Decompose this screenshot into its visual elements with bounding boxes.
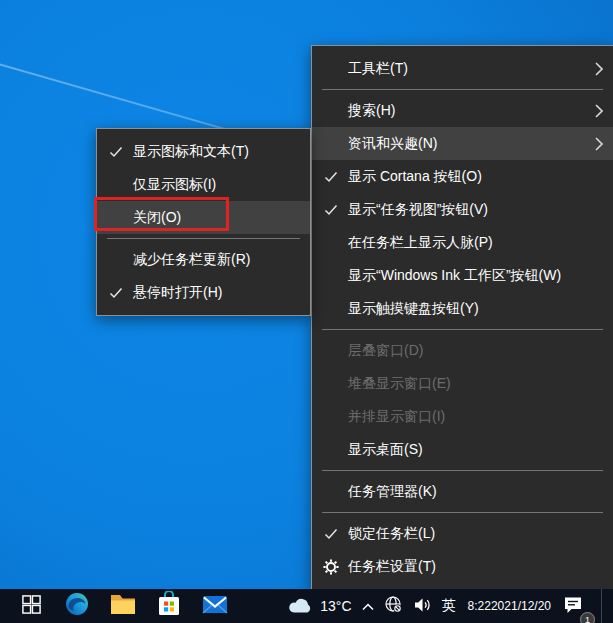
globe-no-internet-icon bbox=[384, 595, 403, 617]
start-button[interactable] bbox=[8, 589, 54, 623]
windows-logo-icon bbox=[21, 594, 42, 619]
menu-item-label: 显示 Cortana 按钮(O) bbox=[348, 168, 482, 186]
checkmark-icon bbox=[109, 146, 123, 158]
cloud-icon bbox=[287, 596, 313, 617]
menu-item-show-cortana-button[interactable]: 显示 Cortana 按钮(O) bbox=[312, 160, 613, 193]
edge-browser-button[interactable] bbox=[54, 589, 100, 623]
notification-badge: 1 bbox=[580, 612, 595, 623]
taskbar: 13°C bbox=[0, 589, 613, 623]
menu-item-label: 显示“任务视图”按钮(V) bbox=[348, 201, 488, 219]
menu-item-label: 显示图标和文本(T) bbox=[133, 143, 249, 161]
menu-separator bbox=[107, 238, 300, 239]
mail-icon bbox=[201, 592, 229, 620]
checkmark-icon bbox=[324, 204, 338, 216]
weather-widget[interactable]: 13°C bbox=[287, 589, 351, 623]
checkmark-icon bbox=[324, 171, 338, 183]
menu-separator bbox=[322, 329, 603, 330]
menu-item-label: 工具栏(T) bbox=[348, 60, 408, 78]
menu-item-toolbars[interactable]: 工具栏(T) bbox=[312, 52, 613, 85]
menu-separator bbox=[322, 89, 603, 90]
taskbar-left-icons bbox=[0, 589, 238, 623]
clock-date: 2021/12/20 bbox=[491, 600, 551, 613]
chevron-right-icon bbox=[595, 137, 603, 151]
menu-item-label: 显示触摸键盘按钮(Y) bbox=[348, 300, 479, 318]
submenu-item-open-on-hover[interactable]: 悬停时打开(H) bbox=[97, 276, 310, 309]
menu-item-label: 锁定任务栏(L) bbox=[348, 525, 435, 543]
show-desktop-button[interactable] bbox=[601, 589, 605, 623]
submenu-item-show-icon-and-text[interactable]: 显示图标和文本(T) bbox=[97, 135, 310, 168]
file-explorer-icon bbox=[110, 592, 136, 620]
gear-icon bbox=[323, 559, 339, 575]
menu-separator bbox=[322, 512, 603, 513]
notification-icon bbox=[563, 596, 583, 617]
menu-item-show-windows-stacked: 堆叠显示窗口(E) bbox=[312, 367, 613, 400]
menu-item-label: 仅显示图标(I) bbox=[133, 176, 216, 194]
menu-item-show-desktop[interactable]: 显示桌面(S) bbox=[312, 433, 613, 466]
menu-item-label: 关闭(O) bbox=[133, 209, 181, 227]
submenu-item-reduce-taskbar-updates[interactable]: 减少任务栏更新(R) bbox=[97, 243, 310, 276]
menu-item-label: 并排显示窗口(I) bbox=[348, 408, 445, 426]
chevron-up-icon bbox=[362, 599, 374, 614]
submenu-item-turn-off[interactable]: 关闭(O) bbox=[97, 201, 310, 234]
menu-item-label: 搜索(H) bbox=[348, 102, 395, 120]
ime-language-indicator[interactable]: 英 bbox=[442, 589, 456, 623]
chevron-right-icon bbox=[595, 104, 603, 118]
edge-icon bbox=[64, 591, 90, 621]
menu-item-label: 减少任务栏更新(R) bbox=[133, 251, 250, 269]
menu-separator bbox=[322, 470, 603, 471]
volume-button[interactable] bbox=[413, 589, 432, 623]
menu-item-label: 显示桌面(S) bbox=[348, 441, 423, 459]
menu-item-show-windows-ink-workspace-button[interactable]: 显示“Windows Ink 工作区”按钮(W) bbox=[312, 259, 613, 292]
temperature-label: 13°C bbox=[320, 598, 351, 614]
menu-item-show-people-on-taskbar[interactable]: 在任务栏上显示人脉(P) bbox=[312, 226, 613, 259]
microsoft-store-button[interactable] bbox=[146, 589, 192, 623]
menu-item-lock-taskbar[interactable]: 锁定任务栏(L) bbox=[312, 517, 613, 550]
mail-app-button[interactable] bbox=[192, 589, 238, 623]
checkmark-icon bbox=[109, 287, 123, 299]
menu-item-label: 显示“Windows Ink 工作区”按钮(W) bbox=[348, 267, 561, 285]
submenu-item-show-icon-only[interactable]: 仅显示图标(I) bbox=[97, 168, 310, 201]
menu-item-label: 堆叠显示窗口(E) bbox=[348, 375, 451, 393]
menu-item-label: 任务管理器(K) bbox=[348, 483, 437, 501]
action-center-button[interactable]: 1 bbox=[563, 589, 591, 623]
network-status-button[interactable] bbox=[384, 589, 403, 623]
news-and-interests-submenu: 显示图标和文本(T) 仅显示图标(I) 关闭(O) 减少任务栏更新(R) 悬停时… bbox=[96, 128, 311, 316]
menu-item-label: 任务栏设置(T) bbox=[348, 558, 436, 576]
checkmark-icon bbox=[324, 528, 338, 540]
menu-item-label: 在任务栏上显示人脉(P) bbox=[348, 234, 493, 252]
menu-item-show-windows-side-by-side: 并排显示窗口(I) bbox=[312, 400, 613, 433]
clock-time: 8:22 bbox=[468, 600, 491, 613]
menu-item-show-task-view-button[interactable]: 显示“任务视图”按钮(V) bbox=[312, 193, 613, 226]
menu-item-news-and-interests[interactable]: 资讯和兴趣(N) bbox=[312, 127, 613, 160]
menu-item-task-manager[interactable]: 任务管理器(K) bbox=[312, 475, 613, 508]
menu-item-label: 资讯和兴趣(N) bbox=[348, 135, 437, 153]
ime-label: 英 bbox=[442, 597, 456, 615]
menu-item-search[interactable]: 搜索(H) bbox=[312, 94, 613, 127]
menu-item-label: 层叠窗口(D) bbox=[348, 342, 423, 360]
hidden-icons-button[interactable] bbox=[362, 589, 374, 623]
taskbar-context-menu: 工具栏(T) 搜索(H) 资讯和兴趣(N) 显示 Cortana 按钮(O) 显… bbox=[311, 45, 613, 590]
menu-item-show-touch-keyboard-button[interactable]: 显示触摸键盘按钮(Y) bbox=[312, 292, 613, 325]
menu-item-label: 悬停时打开(H) bbox=[133, 284, 222, 302]
store-icon bbox=[157, 591, 181, 621]
system-tray: 13°C bbox=[287, 589, 613, 623]
speaker-icon bbox=[413, 597, 432, 616]
menu-item-taskbar-settings[interactable]: 任务栏设置(T) bbox=[312, 550, 613, 583]
file-explorer-button[interactable] bbox=[100, 589, 146, 623]
chevron-right-icon bbox=[595, 62, 603, 76]
menu-item-cascade-windows: 层叠窗口(D) bbox=[312, 334, 613, 367]
taskbar-clock[interactable]: 8:22 2021/12/20 bbox=[466, 589, 553, 623]
